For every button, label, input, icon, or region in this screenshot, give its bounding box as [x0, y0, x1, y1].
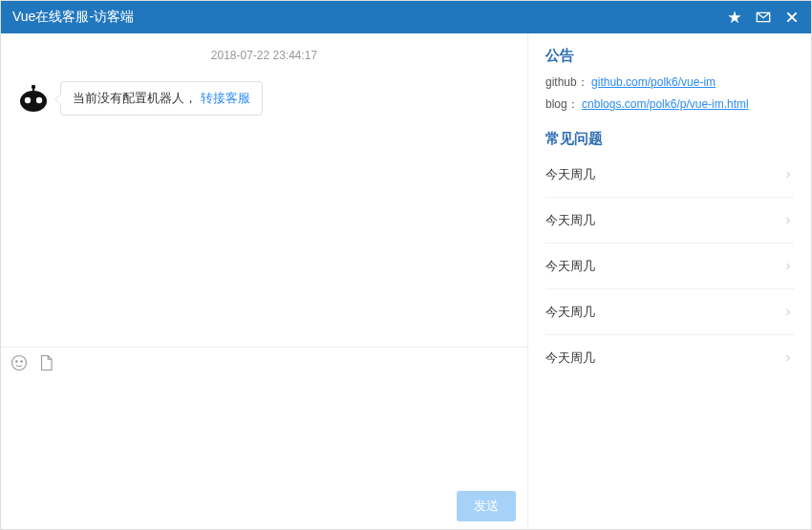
chat-timestamp: 2018-07-22 23:44:17: [16, 49, 512, 62]
svg-point-6: [16, 361, 18, 363]
faq-item[interactable]: 今天周几: [545, 198, 794, 244]
svg-point-7: [21, 361, 23, 363]
chevron-right-icon: [782, 352, 794, 364]
file-icon[interactable]: [37, 354, 54, 371]
mail-icon[interactable]: [756, 10, 771, 25]
message-row: 当前没有配置机器人， 转接客服: [16, 81, 512, 116]
side-panel: 公告 github： github.com/polk6/vue-im blog：…: [528, 33, 811, 529]
bot-avatar: [16, 81, 51, 116]
github-link[interactable]: github.com/polk6/vue-im: [591, 75, 716, 89]
blog-link[interactable]: cnblogs.com/polk6/p/vue-im.html: [582, 97, 749, 111]
chevron-right-icon: [782, 215, 794, 226]
chevron-right-icon: [782, 169, 794, 180]
announcement-title: 公告: [545, 47, 794, 65]
svg-point-4: [36, 97, 42, 103]
chat-panel: 2018-07-22 23:44:17 当前没有配置机器人， 转接: [1, 33, 528, 529]
message-text: 当前没有配置机器人，: [73, 91, 197, 105]
svg-point-2: [20, 91, 47, 112]
faq-list: 今天周几 今天周几 今天周几 今天周几 今天周几: [545, 152, 794, 381]
star-icon[interactable]: [727, 10, 742, 25]
faq-item-label: 今天周几: [545, 350, 595, 367]
window-title: Vue在线客服-访客端: [12, 9, 727, 26]
faq-item-label: 今天周几: [545, 304, 595, 321]
header-actions: [727, 10, 800, 25]
input-area: 发送: [1, 347, 527, 529]
transfer-agent-link[interactable]: 转接客服: [201, 91, 250, 105]
chat-messages: 2018-07-22 23:44:17 当前没有配置机器人， 转接: [1, 33, 527, 347]
faq-title: 常见问题: [545, 130, 794, 148]
github-line: github： github.com/polk6/vue-im: [545, 74, 794, 91]
faq-item[interactable]: 今天周几: [545, 335, 794, 381]
send-row: 发送: [1, 483, 527, 529]
svg-point-3: [25, 97, 31, 103]
chevron-right-icon: [782, 261, 794, 272]
blog-line: blog： cnblogs.com/polk6/p/vue-im.html: [545, 96, 794, 113]
close-icon[interactable]: [784, 10, 800, 25]
input-toolbar: [1, 348, 527, 378]
send-button[interactable]: 发送: [457, 491, 516, 521]
chevron-right-icon: [782, 307, 794, 318]
app-window: Vue在线客服-访客端 2018-07-22 23:44:17: [0, 0, 812, 530]
github-label: github：: [545, 75, 588, 89]
main-body: 2018-07-22 23:44:17 当前没有配置机器人， 转接: [1, 33, 811, 529]
faq-item-label: 今天周几: [545, 212, 595, 229]
faq-item[interactable]: 今天周几: [545, 244, 794, 289]
svg-point-5: [12, 356, 27, 371]
header-bar: Vue在线客服-访客端: [1, 1, 811, 33]
blog-label: blog：: [545, 97, 579, 111]
faq-item-label: 今天周几: [545, 166, 595, 183]
message-bubble: 当前没有配置机器人， 转接客服: [60, 81, 263, 116]
faq-item[interactable]: 今天周几: [545, 289, 794, 335]
faq-item[interactable]: 今天周几: [545, 152, 794, 198]
faq-item-label: 今天周几: [545, 258, 595, 275]
emoji-icon[interactable]: [11, 354, 28, 371]
message-input[interactable]: [1, 378, 527, 483]
